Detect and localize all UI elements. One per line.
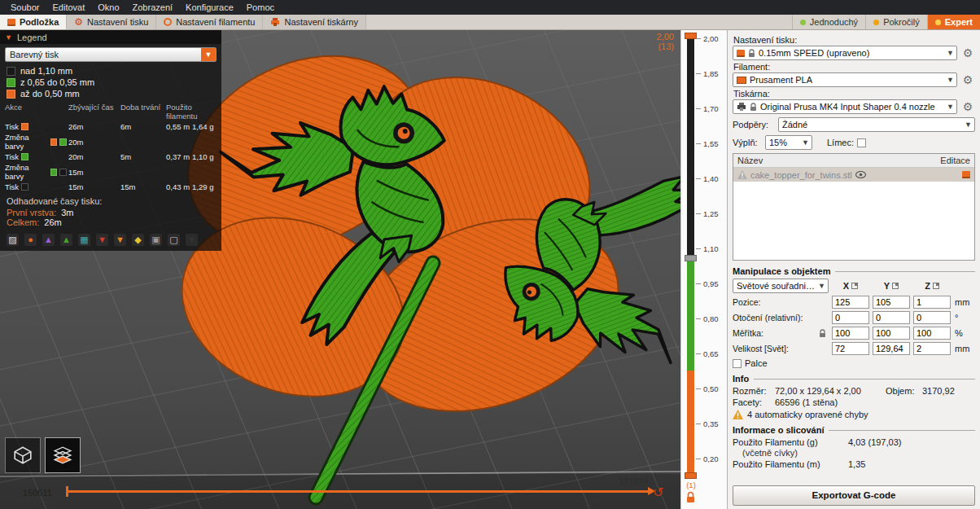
object-row[interactable]: cake_topper_for_twins.stl: [733, 168, 974, 182]
retractions-icon[interactable]: ▼: [96, 234, 108, 246]
range-label: až do 0,50 mm: [20, 89, 80, 99]
remaining-cell: 26m: [68, 122, 119, 131]
position-y-input[interactable]: [873, 296, 910, 309]
duration-cell: [120, 163, 164, 181]
slider-start-handle[interactable]: [66, 486, 68, 497]
rotation-y-input[interactable]: [873, 311, 910, 324]
tick: 2,00: [696, 34, 719, 42]
filament-gear-icon[interactable]: ⚙: [960, 72, 975, 87]
black-swatch-icon: [7, 67, 15, 76]
simple-mode-dot-icon: [800, 20, 806, 25]
position-x-input[interactable]: [832, 296, 869, 309]
lower-layer-handle[interactable]: [685, 472, 697, 479]
menu-zobrazeni[interactable]: Zobrazení: [127, 0, 179, 15]
printer-gear-icon[interactable]: ⚙: [960, 99, 975, 114]
supports-select[interactable]: Žádné ▼: [778, 117, 975, 132]
printer-label: Tiskárna:: [733, 89, 975, 99]
tab-printer-settings[interactable]: Nastavení tiskárny: [263, 15, 365, 29]
rotation-x-input[interactable]: [832, 311, 869, 324]
brim-checkbox[interactable]: [857, 138, 866, 147]
printer-select[interactable]: Original Prusa MK4 Input Shaper 0.4 nozz…: [733, 99, 957, 114]
edit-object-icon[interactable]: [962, 171, 970, 178]
tab-print-settings[interactable]: ⚙ Nastavení tisku: [67, 15, 156, 29]
infill-icon[interactable]: ▦: [78, 234, 90, 246]
action-cell: Tisk: [5, 122, 67, 131]
menu-okno[interactable]: Okno: [92, 0, 125, 15]
custom-gcode-icon[interactable]: ▣: [150, 234, 162, 246]
axis-icon: [851, 283, 858, 289]
color-print-icon[interactable]: ●: [24, 234, 37, 246]
layer-slider-strip[interactable]: 2,00 1,85 1,70 1,55 1,40 1,25 1,10 0,95 …: [680, 30, 727, 509]
menu-konfigurace[interactable]: Konfigurace: [180, 0, 239, 15]
legend-panel: ▼ Legend Barevný tisk ▼ nad 1,10 mm z 0,…: [0, 30, 221, 251]
view-type-select[interactable]: Barevný tisk ▼: [5, 47, 217, 62]
tick: 0,80: [696, 314, 719, 323]
lock-icon[interactable]: [685, 491, 696, 503]
axis-icon: [933, 283, 939, 289]
size-y-input[interactable]: [873, 342, 910, 355]
duration-cell: 5m: [120, 152, 164, 161]
seams-icon[interactable]: ▲: [60, 234, 72, 246]
deretractions-icon[interactable]: ▼: [114, 234, 126, 246]
scale-y-input[interactable]: [873, 327, 910, 340]
tool-marker-icon[interactable]: ▲: [42, 234, 55, 246]
remaining-cell: 20m: [68, 152, 119, 161]
export-gcode-button[interactable]: Exportovat G-code: [733, 485, 975, 506]
print-settings-select[interactable]: 0.15mm SPEED (upraveno) ▼: [733, 46, 957, 60]
mode-simple-label: Jednoduchý: [810, 17, 858, 27]
warning-icon: [733, 410, 743, 419]
orange-swatch-icon: [7, 90, 15, 99]
estimated-times-title: Odhadované časy tisku:: [7, 196, 215, 206]
size-z-input[interactable]: [913, 342, 951, 355]
color-change-handle[interactable]: [685, 255, 697, 261]
eye-icon[interactable]: [855, 171, 866, 178]
gcode-preview-viewport[interactable]: 2,00 (13) ▼ Legend Barevný tisk ▼ nad 1,…: [0, 30, 680, 509]
shells-icon[interactable]: ▨: [7, 234, 19, 246]
position-z-input[interactable]: [913, 296, 951, 309]
travels-icon[interactable]: ▼: [186, 234, 198, 246]
chevron-down-icon: ▼: [947, 49, 954, 57]
wireframe-icon[interactable]: ▢: [168, 234, 180, 246]
filament-g-sub: (včetně cívky): [742, 448, 975, 458]
legend-header[interactable]: ▼ Legend: [0, 30, 221, 44]
pause-print-icon[interactable]: ◆: [132, 234, 144, 246]
action-cell: Tisk: [5, 182, 67, 191]
size-x-input[interactable]: [832, 342, 869, 355]
infill-select[interactable]: 15% ▼: [765, 135, 812, 150]
uniform-scale-lock-icon[interactable]: [819, 329, 826, 338]
size-row: Velikost [Svět]: mm: [733, 342, 975, 355]
upper-layer-handle[interactable]: [685, 33, 697, 39]
rotation-z-input[interactable]: [913, 311, 951, 324]
infill-label: Výplň:: [733, 138, 762, 147]
menu-pomoc[interactable]: Pomoc: [241, 0, 280, 15]
remaining-cell: 20m: [68, 133, 119, 151]
mode-simple[interactable]: Jednoduchý: [792, 15, 865, 29]
mode-advanced-label: Pokročilý: [883, 17, 920, 27]
scale-x-input[interactable]: [832, 327, 869, 340]
tick: 1,70: [696, 104, 719, 112]
estimated-times: Odhadované časy tisku: První vrstva: 3m …: [0, 193, 221, 229]
mode-expert[interactable]: Expert: [927, 15, 980, 29]
range-row: z 0,65 do 0,95 mm: [0, 77, 221, 88]
tab-filament-settings[interactable]: Nastavení filamentu: [156, 15, 263, 29]
mode-advanced[interactable]: Pokročilý: [865, 15, 927, 29]
menu-editovat[interactable]: Editovat: [46, 0, 90, 15]
menu-soubor[interactable]: Soubor: [5, 0, 45, 15]
horizontal-move-slider[interactable]: [68, 490, 648, 493]
editor-view-button[interactable]: [5, 437, 41, 473]
scale-z-input[interactable]: [913, 327, 951, 340]
print-settings-gear-icon[interactable]: ⚙: [960, 46, 975, 60]
remaining-cell: 15m: [68, 163, 119, 181]
print-settings-label: Nastavení tisku:: [733, 35, 975, 45]
mode-switcher: Jednoduchý Pokročilý Expert: [792, 15, 980, 29]
filament-select[interactable]: Prusament PLA ▼: [733, 72, 957, 87]
layer-range-green: [687, 258, 694, 371]
preview-view-button[interactable]: [45, 437, 81, 473]
undo-icon[interactable]: ↺: [653, 486, 663, 499]
rotation-row: Otočení (relativní): °: [733, 311, 975, 324]
preview-feature-toolbar: ▨ ● ▲ ▲ ▦ ▼ ▼ ◆ ▣ ▢ ▼: [0, 229, 221, 248]
coordinate-system-select[interactable]: Světové souřadnice ▼: [733, 279, 829, 293]
tab-plater[interactable]: Podložka: [0, 15, 67, 29]
inches-checkbox[interactable]: [733, 359, 742, 368]
legend-title: Legend: [17, 33, 47, 42]
